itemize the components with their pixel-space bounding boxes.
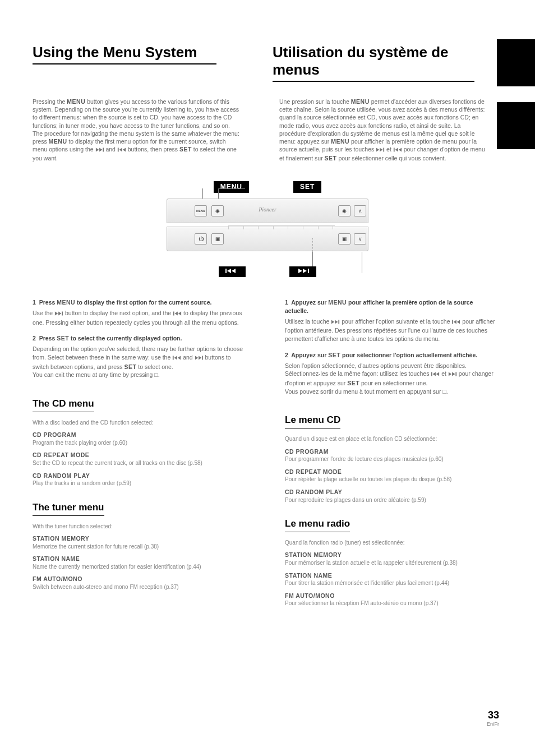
menu-kw2: MENU [49, 138, 67, 145]
fm-auto-desc-en: Switch between auto-stereo and mono FM r… [33, 583, 246, 591]
display-button[interactable]: ◉ [338, 205, 350, 216]
step-1-fr: 1 Appuyez sur MENU pour afficher la prem… [285, 298, 498, 343]
cd-random-fr: CD RANDOM PLAY [285, 488, 498, 496]
connector-line [312, 238, 313, 252]
col-fr: 1 Appuyez sur MENU pour afficher la prem… [285, 298, 498, 611]
cd-program-fr: CD PROGRAM [285, 448, 498, 456]
station-memory-en: STATION MEMORY [33, 534, 246, 543]
prev-next-callouts [33, 266, 502, 288]
skip-next-icon [295, 268, 311, 274]
next-icon [331, 319, 340, 327]
menu-kw-fr2: MENU [331, 138, 349, 145]
timer-icon: ▣ [342, 236, 347, 242]
set-kw-fr2: SET [328, 352, 340, 358]
prev-icon [172, 354, 181, 363]
body-columns: 1 Press MENU to display the first option… [33, 298, 502, 611]
stop-button[interactable]: ▣ [211, 233, 224, 245]
fm-auto-fr: FM AUTO/MONO [285, 592, 498, 600]
chevron-down-icon: ∨ [358, 236, 362, 242]
cd-intro-en: With a disc loaded and the CD function s… [33, 419, 246, 427]
device-callout-labels: MENU SET [33, 181, 502, 193]
cd-random-desc-en: Play the tracks in a random order (p.59) [33, 480, 246, 487]
stop-icon-inline: □ [442, 388, 446, 395]
title-fr: Utilisation du système de menus [273, 44, 474, 82]
tuner-intro-en: With the tuner function selected: [33, 523, 246, 531]
tuner-scale [228, 225, 335, 232]
cd-repeat-fr: CD REPEAT MODE [285, 468, 498, 476]
cd-menu-heading-fr: Le menu CD [285, 413, 340, 428]
title-en: Using the Menu System [33, 44, 216, 64]
set-kw: SET [179, 146, 192, 153]
connector-line [218, 188, 245, 189]
menu-kw3: MENU [57, 299, 75, 306]
tuner-menu-heading-fr: Le menu radio [285, 517, 350, 532]
set-kw2: SET [57, 335, 69, 342]
station-memory-desc-en: Memorize the current station for future … [33, 543, 246, 551]
set-kw3: SET [124, 363, 136, 370]
page-titles: Using the Menu System Utilisation du sys… [33, 44, 502, 82]
prev-icon [173, 310, 182, 319]
set-callout: SET [293, 181, 321, 193]
set-button[interactable]: ◉ [211, 205, 224, 216]
next-icon [54, 310, 63, 319]
station-memory-desc-fr: Pour mémoriser la station actuelle et la… [285, 559, 498, 567]
skip-prev-icon [224, 268, 240, 274]
power-icon: ⏻ [199, 236, 204, 242]
prev-icon [451, 319, 460, 327]
next-callout [289, 266, 316, 277]
station-name-desc-fr: Pour titrer la station mémorisée et l'id… [285, 579, 498, 587]
cd-repeat-en: CD REPEAT MODE [33, 451, 246, 459]
cd-program-desc-fr: Pour programmer l'ordre de lecture des p… [285, 455, 498, 463]
side-tab-2 [497, 102, 535, 149]
fm-auto-en: FM AUTO/MONO [33, 575, 246, 583]
chevron-up-icon: ∧ [358, 208, 362, 214]
cd-program-en: CD PROGRAM [33, 431, 246, 439]
brand-label: Pioneer [259, 206, 276, 213]
menu-button[interactable]: MENU [195, 205, 207, 216]
up-button[interactable]: ∧ [354, 205, 366, 216]
prev-callout [219, 266, 246, 277]
page-footer: 33 En/Fr [487, 709, 499, 727]
manual-page: Using the Menu System Utilisation du sys… [0, 0, 535, 756]
cd-random-desc-fr: Pour reproduire les plages dans un ordre… [285, 496, 498, 504]
side-tab-1 [497, 39, 535, 86]
set-kw-fr3: SET [347, 380, 359, 386]
timer-button[interactable]: ▣ [338, 233, 350, 245]
station-name-en: STATION NAME [33, 555, 246, 563]
prev-icon [431, 371, 440, 379]
power-button[interactable]: ⏻ [195, 233, 207, 245]
menu-kw-fr3: MENU [328, 299, 347, 306]
step-1-en: 1 Press MENU to display the first option… [33, 298, 246, 326]
set-glyph: ◉ [215, 208, 220, 214]
station-name-fr: STATION NAME [285, 571, 498, 580]
menu-callout: MENU [214, 181, 249, 193]
intro-row: Pressing the MENU button gives you acces… [33, 98, 502, 162]
prev-icon [117, 146, 126, 154]
station-name-desc-en: Name the currently memorized station for… [33, 563, 246, 571]
next-icon [195, 354, 204, 363]
prev-icon [393, 146, 402, 154]
cd-random-en: CD RANDOM PLAY [33, 472, 246, 480]
step-2-fr: 2 Appuyez sur SET pour sélectionner l'op… [285, 351, 498, 395]
device-illustration: MENU SET Pioneer MENU ◉ ⏻ ▣ ◉ ∧ ▣ ∨ [33, 181, 502, 288]
menu-kw-fr: MENU [351, 98, 370, 105]
stop-icon-inline: □ [154, 371, 158, 378]
col-en: 1 Press MENU to display the first option… [33, 298, 246, 611]
intro-en: Pressing the MENU button gives you acces… [33, 98, 240, 162]
stop-icon: ▣ [215, 236, 220, 242]
device-diagram: Pioneer MENU ◉ ⏻ ▣ ◉ ∧ ▣ ∨ [167, 199, 368, 260]
station-memory-fr: STATION MEMORY [285, 551, 498, 559]
intro-fr: Une pression sur la touche MENU permet d… [279, 98, 487, 162]
next-icon [95, 146, 104, 154]
cd-repeat-desc-fr: Pour répéter la plage actuelle ou toutes… [285, 476, 498, 483]
down-button[interactable]: ∨ [354, 233, 366, 245]
cd-menu-heading-en: The CD menu [33, 397, 94, 412]
next-icon [448, 371, 457, 379]
cd-intro-fr: Quand un disque est en place et la fonct… [285, 435, 498, 443]
set-kw-fr: SET [325, 155, 337, 162]
step-2-en: 2 Press SET to select the currently disp… [33, 334, 246, 379]
page-lang: En/Fr [487, 721, 499, 727]
menu-kw: MENU [67, 98, 85, 105]
page-number: 33 [487, 709, 499, 721]
next-icon [376, 146, 385, 154]
